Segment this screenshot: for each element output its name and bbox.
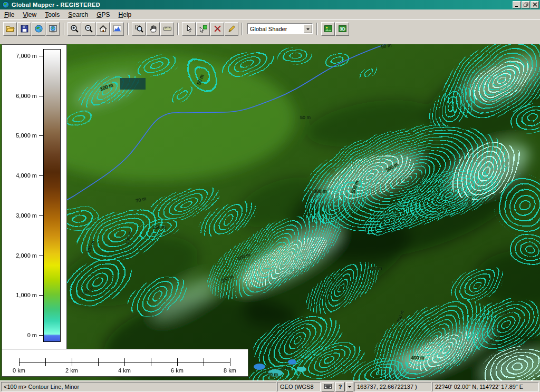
scale-bar: 0 km2 km4 km6 km8 km bbox=[2, 349, 248, 377]
legend-tick bbox=[39, 295, 43, 296]
menu-item-tools[interactable]: Tools bbox=[41, 10, 64, 19]
contour-label: 20 m bbox=[267, 372, 278, 377]
digitizer-button[interactable] bbox=[225, 22, 238, 36]
shader-dropdown[interactable]: Global Shader bbox=[247, 23, 313, 34]
pencil-icon bbox=[227, 24, 236, 33]
minimize-button[interactable] bbox=[513, 1, 521, 8]
legend-tick bbox=[39, 335, 43, 336]
dark-patch bbox=[120, 78, 146, 90]
path-profile-button[interactable] bbox=[110, 22, 124, 36]
legend-tick bbox=[39, 135, 43, 136]
scalebar-label: 0 km bbox=[13, 367, 25, 374]
legend-tick bbox=[39, 56, 43, 56]
toolbar-separator bbox=[316, 23, 318, 35]
chevron-down-icon[interactable] bbox=[304, 24, 312, 33]
scalebar-label: 8 km bbox=[224, 367, 236, 374]
raster-view-button[interactable] bbox=[321, 22, 335, 36]
full-extent-button[interactable] bbox=[96, 22, 110, 36]
menu-item-help[interactable]: Help bbox=[114, 10, 136, 19]
open-file-button[interactable] bbox=[3, 22, 17, 36]
legend-tick-label: 5,000 m bbox=[16, 132, 37, 139]
contour-label: 50 m bbox=[279, 366, 290, 371]
magnifier-minus-icon bbox=[84, 24, 93, 33]
contour-label: 50 m bbox=[300, 115, 311, 120]
scalebar-tick bbox=[124, 358, 125, 366]
map-viewport[interactable]: 50 m100 m50 m50 m70 m150 m100 m100 m100 … bbox=[0, 44, 540, 380]
view-3d-button[interactable]: 3D bbox=[335, 22, 349, 36]
scalebar-tick bbox=[19, 358, 20, 366]
restore-button[interactable] bbox=[522, 1, 530, 8]
toolbar-separator bbox=[177, 23, 179, 35]
legend-tick bbox=[39, 175, 43, 176]
hand-icon bbox=[149, 24, 158, 33]
terrain-svg: 50 m100 m50 m50 m70 m150 m100 m100 m100 … bbox=[0, 44, 540, 380]
window-title: Global Mapper - REGISTERED bbox=[12, 2, 510, 8]
legend-tick-label: 4,000 m bbox=[16, 172, 37, 179]
menu-item-file[interactable]: File bbox=[0, 10, 18, 19]
help-button[interactable]: ? bbox=[335, 382, 345, 391]
status-position: 22?40' 02.00" N, 114?22' 17.89" E bbox=[432, 382, 539, 391]
title-bar[interactable]: Global Mapper - REGISTERED bbox=[0, 0, 540, 9]
toolbar-separator bbox=[242, 23, 243, 35]
feature-info-button[interactable] bbox=[196, 22, 210, 36]
info-arrow-icon bbox=[199, 24, 208, 33]
work-area: 50 m100 m50 m50 m70 m150 m100 m100 m100 … bbox=[0, 37, 540, 380]
toolbar: Global Shader 3D bbox=[0, 19, 540, 37]
3d-icon: 3D bbox=[338, 24, 347, 33]
elevation-gradient-bar bbox=[43, 49, 61, 342]
contour-label: 300 m bbox=[313, 189, 326, 194]
minimize-icon bbox=[515, 3, 519, 7]
toolbar-separator bbox=[127, 23, 129, 35]
chevron-down-icon bbox=[348, 386, 351, 389]
pan-tool-button[interactable] bbox=[146, 22, 160, 36]
legend-tick-label: 7,000 m bbox=[16, 53, 37, 59]
scalebar-tick bbox=[151, 358, 151, 366]
legend-tick bbox=[39, 256, 43, 256]
x-icon bbox=[213, 24, 222, 33]
contour-label: 400 m bbox=[411, 355, 424, 360]
zoom-in-button[interactable] bbox=[68, 22, 81, 36]
keyboard-icon bbox=[324, 384, 332, 389]
scalebar-tick bbox=[72, 358, 72, 366]
close-button[interactable] bbox=[531, 1, 539, 8]
toolbar-separator bbox=[63, 23, 64, 35]
download-online-imagery-button[interactable] bbox=[32, 22, 45, 36]
legend-tick bbox=[39, 215, 43, 216]
ruler-icon bbox=[163, 24, 172, 33]
scalebar-tick bbox=[204, 358, 204, 366]
status-bar: <100 m> Contour Line, Minor GEO (WGS8 ? … bbox=[0, 380, 540, 392]
map-catalog-button[interactable] bbox=[46, 22, 60, 36]
floppy-disk-icon bbox=[20, 24, 29, 33]
scalebar-tick bbox=[177, 358, 178, 366]
scalebar-tick bbox=[98, 358, 99, 366]
elevation-legend: 7,000 m6,000 m5,000 m4,000 m3,000 m2,000… bbox=[2, 44, 67, 350]
menu-item-view[interactable]: View bbox=[18, 10, 41, 19]
folder-open-icon bbox=[6, 24, 15, 33]
select-tool-button[interactable] bbox=[182, 22, 196, 36]
scalebar-tick bbox=[45, 358, 46, 366]
save-button[interactable] bbox=[17, 22, 31, 36]
zoom-tool-button[interactable] bbox=[132, 22, 146, 36]
magnifier-plus-icon bbox=[70, 24, 79, 33]
app-icon bbox=[2, 1, 9, 8]
menu-item-search[interactable]: Search bbox=[64, 10, 92, 19]
status-projection: GEO (WGS8 bbox=[277, 382, 321, 391]
status-dropdown-button[interactable] bbox=[346, 382, 353, 391]
menu-bar: File View Tools Search GPS Help bbox=[0, 9, 540, 19]
measure-tool-button[interactable] bbox=[160, 22, 174, 36]
magnifier-icon bbox=[134, 24, 143, 33]
contour-label: 200 m bbox=[369, 266, 382, 271]
zoom-out-button[interactable] bbox=[82, 22, 95, 36]
legend-tick-label: 6,000 m bbox=[16, 93, 37, 99]
svg-text:3D: 3D bbox=[340, 26, 345, 32]
scalebar-label: 2 km bbox=[65, 367, 78, 374]
legend-tick-label: 2,000 m bbox=[16, 252, 37, 259]
house-icon bbox=[99, 24, 108, 33]
scalebar-label: 4 km bbox=[118, 367, 131, 374]
keyboard-button[interactable] bbox=[322, 382, 334, 391]
cursor-arrow-icon bbox=[185, 24, 194, 33]
x-tool-button[interactable] bbox=[210, 22, 224, 36]
menu-item-gps[interactable]: GPS bbox=[92, 10, 114, 19]
close-icon bbox=[533, 3, 537, 7]
profile-chart-icon bbox=[113, 24, 122, 33]
